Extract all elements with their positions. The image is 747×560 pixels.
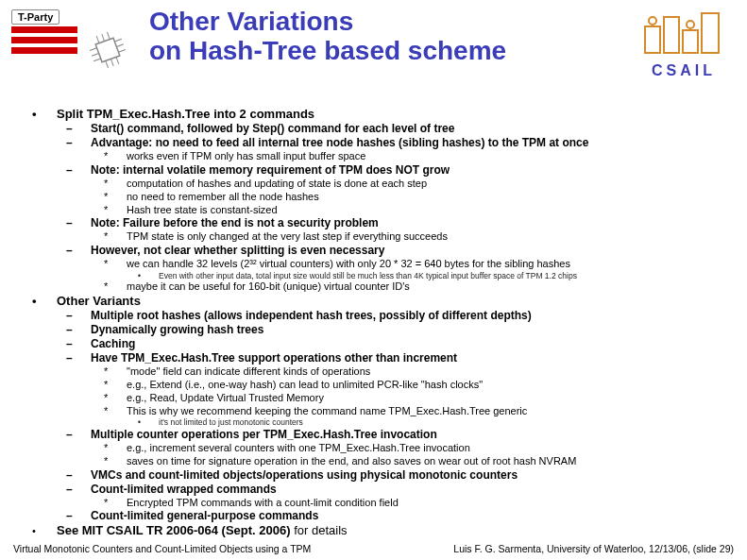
svg-line-5 [116,44,124,47]
svg-line-9 [107,32,110,40]
title-line-2: on Hash-Tree based scheme [149,36,506,65]
bullet-see-tr: •See MIT CSAIL TR 2006-064 (Sept. 2006) … [45,523,719,538]
svg-point-18 [687,21,694,28]
bullet-buffer: *works even if TPM only has small input … [115,150,719,163]
svg-line-1 [90,48,97,51]
bullet-read-update: *e.g., Read, Update Virtual Trusted Memo… [115,392,719,405]
svg-line-7 [96,36,99,43]
svg-rect-13 [645,26,660,53]
bullet-vmcs: –VMCs and count-limited objects/operatio… [79,468,719,483]
svg-point-17 [649,17,656,25]
bullet-start-step: –Start() command, followed by Step() com… [79,122,719,136]
bullet-mode-field: *"mode" field can indicate different kin… [115,365,719,379]
bullet-split: •Split TPM_Exec.Hash.Tree into 2 command… [45,107,719,122]
svg-line-8 [102,34,105,42]
bullet-160bit: *maybe it can be useful for 160-bit (uni… [115,280,719,294]
title-line-1: Other Variations [149,7,353,36]
bullet-generic: *This is why we recommend keeping the co… [115,405,719,418]
bullet-memory: –Note: internal volatile memory requirem… [79,163,719,178]
tparty-logo: T-Party [11,8,144,103]
bullet-no-remember: *no need to remember all the node hashes [115,191,719,204]
bullet-however: –However, not clear whether splitting is… [79,244,719,258]
bullet-dyn-grow: –Dynamically growing hash trees [79,323,719,337]
bullet-other-variants: •Other Variants [45,294,719,309]
slide-header: T-Party Other Variations on Hash-Tree ba… [0,0,747,107]
chip-icon [87,29,128,71]
svg-rect-16 [702,13,719,53]
slide-title: Other Variations on Hash-Tree based sche… [144,8,632,66]
svg-line-3 [93,59,101,61]
svg-line-11 [110,59,113,66]
svg-rect-14 [664,17,679,53]
bullet-32-levels: *we can handle 32 levels (2³² virtual co… [115,258,719,271]
bullet-saves-time: *saves on time for signature operation i… [115,455,719,468]
bullet-constant-size: *Hash tree state is constant-sized [115,204,719,217]
svg-line-12 [116,57,119,64]
svg-rect-15 [683,30,698,53]
csail-logo: CSAIL [632,8,736,79]
slide-content: •Split TPM_Exec.Hash.Tree into 2 command… [0,107,747,539]
bullet-encrypted: *Encrypted TPM commands with a count-lim… [115,497,719,510]
bullet-extend: *e.g., Extend (i.e., one-way hash) can l… [115,379,719,392]
bullet-last-step: *TPM state is only changed at the very l… [115,230,719,244]
bullet-support-other: –Have TPM_Exec.Hash.Tree support operati… [79,351,719,365]
svg-line-6 [118,49,126,52]
bullet-increment-several: *e.g., increment several counters with o… [115,442,719,455]
bullet-caching: –Caching [79,337,719,351]
bullet-general-purpose: –Count-limited general-purpose commands [79,509,719,523]
bullet-multi-root: –Multiple root hashes (allows independen… [79,309,719,323]
svg-rect-0 [95,38,120,62]
footer-right: Luis F. G. Sarmenta, University of Water… [453,543,734,554]
svg-line-2 [92,53,99,56]
svg-line-10 [106,60,109,68]
bullet-input-data: •Even with other input data, total input… [147,271,719,281]
footer-left: Virtual Monotonic Counters and Count-Lim… [13,543,311,554]
csail-text: CSAIL [632,62,736,79]
bullet-failure: –Note: Failure before the end is not a s… [79,216,719,230]
svg-line-4 [114,39,122,42]
bullet-comp-step: *computation of hashes and updating of s… [115,178,719,191]
bullet-multi-counter: –Multiple counter operations per TPM_Exe… [79,428,719,442]
skyline-icon [641,8,726,57]
bullet-not-limited: •it's not limited to just monotonic coun… [147,417,719,428]
bullet-wrapped: –Count-limited wrapped commands [79,483,719,497]
tparty-label: T-Party [11,9,59,25]
slide-footer: Virtual Monotonic Counters and Count-Lim… [0,543,747,554]
bullet-advantage: –Advantage: no need to feed all internal… [79,136,719,150]
